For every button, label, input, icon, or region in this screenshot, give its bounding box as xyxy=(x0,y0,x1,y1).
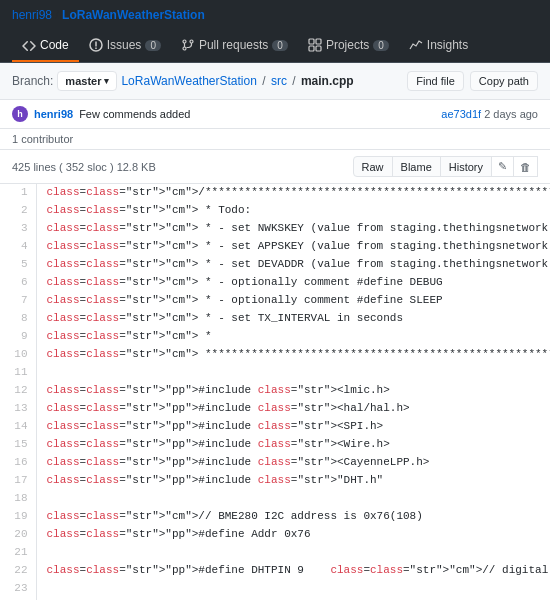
table-row: 18 xyxy=(0,490,550,508)
svg-rect-10 xyxy=(316,46,321,51)
table-row: 7class=class="str">"cm"> * - optionally … xyxy=(0,292,550,310)
history-button[interactable]: History xyxy=(440,156,492,177)
line-number: 8 xyxy=(0,310,36,328)
raw-button[interactable]: Raw xyxy=(353,156,393,177)
line-number: 19 xyxy=(0,508,36,526)
tab-insights[interactable]: Insights xyxy=(399,30,478,62)
blame-button[interactable]: Blame xyxy=(392,156,441,177)
contributors-bar: 1 contributor xyxy=(0,129,550,150)
line-code xyxy=(36,580,550,598)
line-number: 21 xyxy=(0,544,36,562)
repo-user-link[interactable]: henri98 xyxy=(12,8,52,22)
code-container: 1class=class="str">"cm">/***************… xyxy=(0,184,550,600)
repo-header: henri98 / LoRaWanWeatherStation xyxy=(0,0,550,30)
commit-right: ae73d1f 2 days ago xyxy=(441,108,538,120)
line-code: class=class="str">"pp">#include class="s… xyxy=(36,472,550,490)
tab-issues[interactable]: Issues 0 xyxy=(79,30,171,62)
code-table: 1class=class="str">"cm">/***************… xyxy=(0,184,550,600)
tab-pr-label: Pull requests xyxy=(199,38,268,52)
line-number: 10 xyxy=(0,346,36,364)
delete-button[interactable]: 🗑 xyxy=(513,156,538,177)
avatar: h xyxy=(12,106,28,122)
commit-message: Few commends added xyxy=(79,108,190,120)
table-row: 22class=class="str">"pp">#define DHTPIN … xyxy=(0,562,550,580)
line-code: class=class="str">"cm"> * - set NWKSKEY … xyxy=(36,220,550,238)
svg-point-5 xyxy=(190,40,193,43)
breadcrumb-repo-link[interactable]: LoRaWanWeatherStation xyxy=(121,74,256,88)
svg-point-3 xyxy=(183,40,186,43)
line-code: class=class="str">"pp">#include class="s… xyxy=(36,382,550,400)
line-code: class=class="str">"cm"> * Todo: xyxy=(36,202,550,220)
line-number: 23 xyxy=(0,580,36,598)
line-number: 16 xyxy=(0,454,36,472)
svg-rect-2 xyxy=(95,48,97,50)
line-code: class=class="str">"pp">#define Addr 0x76 xyxy=(36,526,550,544)
insights-icon xyxy=(409,38,423,52)
table-row: 10class=class="str">"cm"> **************… xyxy=(0,346,550,364)
commit-author-link[interactable]: henri98 xyxy=(34,108,73,120)
commit-info-bar: h henri98 Few commends added ae73d1f 2 d… xyxy=(0,100,550,129)
table-row: 8class=class="str">"cm"> * - set TX_INTE… xyxy=(0,310,550,328)
table-row: 20class=class="str">"pp">#define Addr 0x… xyxy=(0,526,550,544)
branch-selector[interactable]: master ▾ xyxy=(57,71,117,91)
line-number: 4 xyxy=(0,238,36,256)
breadcrumb-buttons: Find file Copy path xyxy=(407,71,538,91)
line-code: class=class="str">"cm"> * xyxy=(36,328,550,346)
table-row: 17class=class="str">"pp">#include class=… xyxy=(0,472,550,490)
tab-projects[interactable]: Projects 0 xyxy=(298,30,399,62)
file-actions: Raw Blame History ✎ 🗑 xyxy=(354,156,538,177)
branch-dropdown-icon: ▾ xyxy=(104,76,109,86)
table-row: 19class=class="str">"cm">// BME280 I2C a… xyxy=(0,508,550,526)
line-number: 18 xyxy=(0,490,36,508)
line-code: class=class="str">"cm"> * - optionally c… xyxy=(36,292,550,310)
line-number: 14 xyxy=(0,418,36,436)
line-code: class=class="str">"pp">#include class="s… xyxy=(36,418,550,436)
line-code: class=class="str">"pp">#include class="s… xyxy=(36,454,550,472)
branch-name: master xyxy=(65,75,101,87)
line-number: 9 xyxy=(0,328,36,346)
tab-pullrequests[interactable]: Pull requests 0 xyxy=(171,30,298,62)
table-row: 6class=class="str">"cm"> * - optionally … xyxy=(0,274,550,292)
file-lines: 425 lines xyxy=(12,161,56,173)
file-info-bar: 425 lines ( 352 sloc ) 12.8 KB Raw Blame… xyxy=(0,150,550,184)
line-number: 17 xyxy=(0,472,36,490)
edit-button[interactable]: ✎ xyxy=(491,156,514,177)
projects-count: 0 xyxy=(373,40,389,51)
table-row: 5class=class="str">"cm"> * - set DEVADDR… xyxy=(0,256,550,274)
line-number: 11 xyxy=(0,364,36,382)
breadcrumb-bar: Branch: master ▾ LoRaWanWeatherStation /… xyxy=(0,63,550,100)
pr-icon xyxy=(181,38,195,52)
line-number: 1 xyxy=(0,184,36,202)
table-row: 15class=class="str">"pp">#include class=… xyxy=(0,436,550,454)
find-file-button[interactable]: Find file xyxy=(407,71,464,91)
line-number: 6 xyxy=(0,274,36,292)
path-separator: / xyxy=(55,8,58,22)
commit-left: h henri98 Few commends added xyxy=(12,106,190,122)
line-code: class=class="str">"pp">#include class="s… xyxy=(36,436,550,454)
table-row: 3class=class="str">"cm"> * - set NWKSKEY… xyxy=(0,220,550,238)
table-row: 13class=class="str">"pp">#include class=… xyxy=(0,400,550,418)
line-number: 3 xyxy=(0,220,36,238)
line-code xyxy=(36,544,550,562)
pr-count: 0 xyxy=(272,40,288,51)
line-number: 22 xyxy=(0,562,36,580)
line-code: class=class="str">"pp">#define DHTPIN 9 … xyxy=(36,562,550,580)
table-row: 1class=class="str">"cm">/***************… xyxy=(0,184,550,202)
repo-name-link[interactable]: LoRaWanWeatherStation xyxy=(62,8,205,22)
line-code: class=class="str">"cm">/****************… xyxy=(36,184,550,202)
file-sloc: 352 sloc xyxy=(66,161,107,173)
line-number: 7 xyxy=(0,292,36,310)
commit-sha-link[interactable]: ae73d1f xyxy=(441,108,481,120)
tab-projects-label: Projects xyxy=(326,38,369,52)
file-stats: 425 lines ( 352 sloc ) 12.8 KB xyxy=(12,161,156,173)
breadcrumb-src-link[interactable]: src xyxy=(271,74,287,88)
code-icon xyxy=(22,38,36,52)
tab-issues-label: Issues xyxy=(107,38,142,52)
copy-path-button[interactable]: Copy path xyxy=(470,71,538,91)
line-code: class=class="str">"cm"> * - set TX_INTER… xyxy=(36,310,550,328)
tab-code[interactable]: Code xyxy=(12,30,79,62)
breadcrumb-path: LoRaWanWeatherStation / src / main.cpp xyxy=(121,74,353,88)
repo-path: henri98 / LoRaWanWeatherStation xyxy=(12,8,205,22)
commit-time-text: 2 days ago xyxy=(484,108,538,120)
branch-label: Branch: xyxy=(12,74,53,88)
